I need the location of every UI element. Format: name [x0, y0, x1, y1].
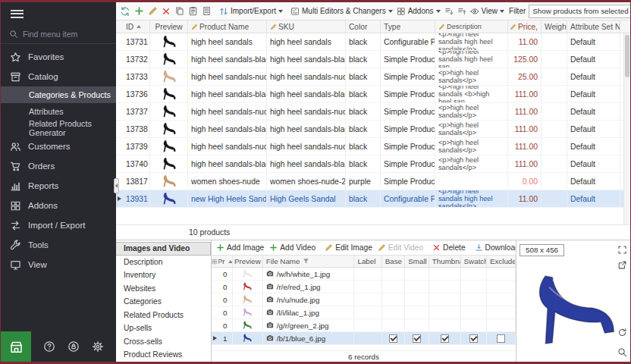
cell-preview[interactable]	[150, 155, 188, 172]
cell-description[interactable]: <p>high heel sandals</p>	[435, 121, 508, 137]
column-header-preview[interactable]: Preview	[150, 20, 188, 33]
delete-product-button[interactable]	[160, 4, 172, 19]
cell-exclude[interactable]	[487, 332, 516, 344]
column-header-preview[interactable]: Preview	[233, 256, 263, 267]
column-header-id[interactable]: ID	[123, 20, 150, 33]
image-row[interactable]: 0 /w/h/white_1.jpg	[212, 268, 516, 281]
cell-priority[interactable]: 0	[218, 281, 233, 293]
cell-preview[interactable]	[233, 332, 263, 344]
cell-attribute-set[interactable]: Default	[567, 51, 620, 67]
addons-menu[interactable]: Addons	[395, 4, 442, 19]
open-external-icon[interactable]	[617, 260, 627, 270]
column-header-base[interactable]: Base	[382, 256, 406, 267]
cell-weight[interactable]	[542, 103, 567, 120]
cell-id[interactable]: 13740	[123, 155, 150, 172]
small-checkbox[interactable]	[413, 334, 421, 343]
exclude-checkbox[interactable]	[497, 334, 505, 343]
column-header-pr[interactable]: Pr	[218, 256, 233, 267]
cell-type[interactable]: Configurable Product	[381, 190, 435, 207]
cell-sku[interactable]: high heel sandals-black	[267, 51, 346, 67]
cell-id[interactable]: 13931	[123, 190, 150, 207]
cell-product-name[interactable]: new High Heels Sandals	[188, 190, 267, 207]
sidebar-item-favorites[interactable]: Favorites	[1, 47, 116, 67]
sidebar-item-catalog[interactable]: Catalog	[1, 67, 116, 86]
cell-attribute-set[interactable]: Default	[567, 68, 620, 85]
cell-description[interactable]: <p>high heel sandals high heel sandals</…	[435, 33, 508, 50]
cell-file-name[interactable]: /n/u/nude.jpg	[263, 293, 355, 306]
column-header-thumbna[interactable]: Thumbna	[429, 256, 461, 267]
product-row[interactable]: 13740 high heel sandals-black-38 high he…	[116, 155, 630, 173]
cell-label[interactable]	[354, 319, 381, 331]
column-header-exclude[interactable]: Exclude	[487, 256, 516, 267]
image-row[interactable]: 0 /r/e/red_1.jpg	[212, 281, 516, 293]
delete-image-button[interactable]: Delete	[430, 243, 467, 252]
sidebar-item-categories-products[interactable]: Categories & Products	[1, 86, 116, 103]
category-filter-select[interactable]: Show products from selected categories	[529, 5, 630, 18]
column-header-type[interactable]: Type	[381, 20, 435, 33]
cell-type[interactable]: Simple Product	[381, 51, 435, 67]
cell-product-name[interactable]: women shoes-nude	[188, 173, 267, 190]
sidebar-item-related-products-generator[interactable]: Related Products Generator	[1, 120, 116, 136]
cell-sku[interactable]: high heel sandals-black-37	[267, 121, 346, 137]
edit-image-button[interactable]: Edit Image	[322, 243, 375, 252]
lock-icon[interactable]	[67, 340, 80, 353]
cell-id[interactable]: 13731	[123, 33, 150, 50]
cell-priority[interactable]: 0	[218, 319, 233, 331]
cell-sku[interactable]: high heel sandals-nude-37	[267, 138, 346, 155]
cell-price[interactable]: 111.00	[508, 86, 542, 102]
product-row[interactable]: 13732 high heel sandals-black high heel …	[116, 51, 630, 68]
cell-weight[interactable]	[542, 155, 567, 172]
cell-small[interactable]	[405, 332, 429, 344]
cell-sku[interactable]: high heel sandals-nude-36	[267, 103, 346, 120]
refresh-button[interactable]	[118, 4, 132, 19]
cell-color[interactable]: black	[346, 138, 381, 155]
search-input[interactable]	[23, 30, 108, 39]
sidebar-item-view[interactable]: View	[1, 255, 116, 275]
cell-file-name[interactable]: /r/e/red_1.jpg	[263, 281, 355, 293]
cell-preview[interactable]	[233, 306, 263, 318]
cell-price[interactable]: 11.00	[508, 33, 542, 50]
rotate-icon[interactable]	[617, 328, 627, 337]
image-row[interactable]: 1 /b/1/blue_6.jpg	[212, 332, 516, 345]
cell-color[interactable]: black	[346, 190, 381, 207]
tab-description[interactable]: Description	[116, 256, 211, 269]
download-image-button[interactable]: Download Image	[472, 243, 516, 252]
cell-attribute-set[interactable]: Default	[567, 103, 620, 120]
cell-product-name[interactable]: high heel sandals-black-37	[188, 121, 267, 137]
cell-swatch[interactable]	[461, 332, 487, 344]
add-product-button[interactable]	[133, 4, 146, 19]
cell-color[interactable]: black	[346, 51, 381, 67]
tab-up-sells[interactable]: Up-sells	[116, 322, 211, 335]
product-row[interactable]: 13731 high heel sandals high heel sandal…	[116, 33, 630, 51]
cell-price[interactable]: 125.00	[508, 51, 542, 67]
view-menu[interactable]: View	[469, 4, 507, 19]
cell-product-name[interactable]: high heel sandals-nude	[188, 68, 267, 85]
import-export-menu[interactable]: Import/Export	[218, 4, 284, 19]
cell-attribute-set[interactable]: Default	[567, 155, 620, 172]
cell-preview[interactable]	[150, 51, 188, 67]
cell-sku[interactable]: high heel sandals	[267, 33, 346, 50]
cell-color[interactable]: black	[346, 103, 381, 120]
cell-price[interactable]: 0.00	[508, 173, 542, 190]
cell-price[interactable]: 111.00	[508, 155, 542, 172]
sidebar-item-import-export[interactable]: Import / Export	[1, 215, 116, 235]
menu-toggle[interactable]	[1, 2, 116, 25]
cell-description[interactable]: <p>high heel sandals</p>	[435, 103, 508, 120]
cell-preview[interactable]	[150, 121, 188, 137]
cell-id[interactable]: 13817	[123, 173, 150, 190]
column-header-attribute-set-name[interactable]: Attribute Set Name	[567, 20, 620, 33]
cell-description[interactable]: <p>high heel sandals</p>	[435, 68, 508, 85]
sidebar-item-orders[interactable]: Orders	[1, 156, 116, 176]
cell-attribute-set[interactable]: Default	[567, 121, 620, 137]
cell-color[interactable]: black	[346, 155, 381, 172]
cell-attribute-set[interactable]: Default	[567, 86, 620, 102]
cell-description[interactable]	[435, 173, 508, 190]
cell-sku[interactable]: high heel sandals-nude	[267, 68, 346, 85]
cell-attribute-set[interactable]: Default	[567, 190, 620, 207]
expand-rows-button[interactable]	[443, 4, 455, 19]
column-header-small[interactable]: Small	[405, 256, 429, 267]
cell-product-name[interactable]: high heel sandals-black-36	[188, 86, 267, 102]
fullscreen-icon[interactable]	[617, 245, 627, 255]
cell-product-name[interactable]: high heel sandals-nude-37	[188, 138, 267, 155]
cell-weight[interactable]	[542, 86, 567, 102]
